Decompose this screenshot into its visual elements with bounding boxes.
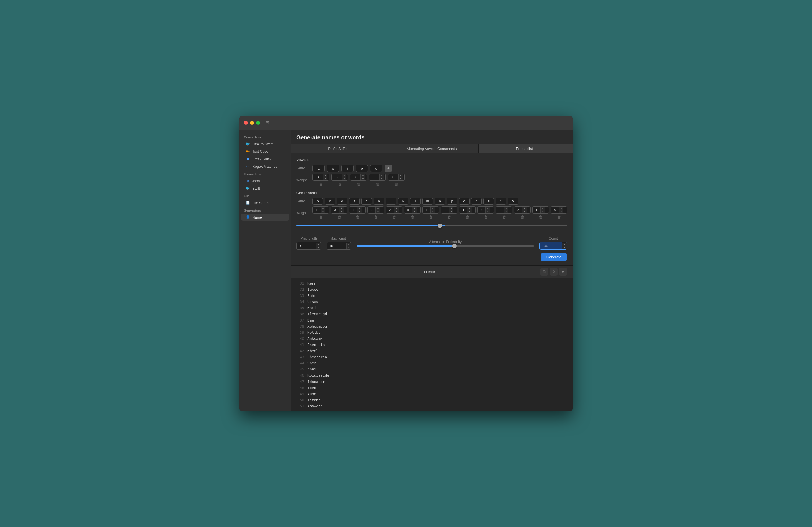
vowel-letter-input-2[interactable] [341,165,353,172]
delete-consonant-2[interactable]: 🗑 [355,214,360,219]
consonant-up-5[interactable]: ▲ [412,206,417,210]
tab-prefix-suffix[interactable]: Prefix Suffix [291,144,385,153]
consonant-up-9[interactable]: ▲ [485,206,490,210]
vowel-weight-down-2[interactable]: ▼ [361,177,365,181]
consonant-letter-6[interactable] [386,198,396,205]
consonant-letter-13[interactable] [471,198,482,205]
add-vowel-button[interactable]: + [385,165,392,172]
consonant-weight-0[interactable] [313,207,320,213]
delete-consonant-11[interactable]: 🗑 [520,214,525,219]
consonant-weight-7[interactable] [441,207,449,213]
consonant-up-12[interactable]: ▲ [540,206,545,210]
close-button[interactable] [244,121,248,125]
delete-consonant-7[interactable]: 🗑 [447,214,451,219]
vowel-weight-input-2[interactable] [350,174,361,180]
consonant-letter-5[interactable] [374,198,384,205]
vowel-weight-up-4[interactable]: ▲ [398,174,403,177]
vowel-weight-down-3[interactable]: ▼ [380,177,384,181]
consonant-up-4[interactable]: ▲ [394,206,398,210]
consonant-up-2[interactable]: ▲ [358,206,362,210]
vowel-weight-input-4[interactable] [388,174,398,180]
consonant-down-3[interactable]: ▼ [376,210,380,213]
delete-vowel-4[interactable]: 🗑 [394,182,399,187]
sidebar-item-html-to-swift[interactable]: 🐦 Html to Swift [241,140,289,147]
consonant-up-10[interactable]: ▲ [504,206,508,210]
maximize-button[interactable] [256,121,260,125]
consonant-down-5[interactable]: ▼ [412,210,417,213]
consonant-down-4[interactable]: ▼ [394,210,398,213]
vowel-letter-input-1[interactable] [327,165,339,172]
sidebar-item-regex-matches[interactable]: ·→ Regex Matches [241,163,289,170]
consonant-weight-4[interactable] [386,207,394,213]
vowel-letter-input-4[interactable] [370,165,382,172]
vowel-weight-up-3[interactable]: ▲ [380,174,384,177]
delete-vowel-3[interactable]: 🗑 [375,182,380,187]
sidebar-item-json[interactable]: {} Json [241,177,289,184]
consonant-up-6[interactable]: ▲ [431,206,435,210]
consonant-letter-16[interactable] [508,198,518,205]
vowel-letter-input-0[interactable] [313,165,325,172]
consonant-letter-2[interactable] [337,198,347,205]
vowel-weight-down-0[interactable]: ▼ [323,177,328,181]
consonant-letter-12[interactable] [459,198,469,205]
consonant-letter-9[interactable] [422,198,433,205]
sidebar-item-name[interactable]: 👤 Name [241,214,289,221]
consonant-letter-1[interactable] [325,198,335,205]
vowel-weight-up-2[interactable]: ▲ [361,174,365,177]
print-button[interactable]: ⎙ [550,268,557,276]
vowel-weight-up-1[interactable]: ▲ [342,174,346,177]
vowel-weight-up-0[interactable]: ▲ [323,174,328,177]
consonant-down-11[interactable]: ▼ [522,210,527,213]
count-input[interactable] [540,242,562,250]
consonant-down-0[interactable]: ▼ [321,210,325,213]
consonant-up-7[interactable]: ▲ [449,206,453,210]
generate-button[interactable]: Generate [541,253,567,261]
consonant-up-3[interactable]: ▲ [376,206,380,210]
consonant-up-13[interactable]: ▲ [559,206,563,210]
sidebar-toggle-button[interactable]: ⊟ [264,120,270,126]
consonant-weight-10[interactable] [496,207,504,213]
consonant-down-12[interactable]: ▼ [540,210,545,213]
sidebar-item-prefix-suffix[interactable]: ⇄ Prefix Suffix [241,155,289,162]
consonant-weight-2[interactable] [349,207,357,213]
delete-consonant-12[interactable]: 🗑 [538,214,543,219]
delete-consonant-0[interactable]: 🗑 [319,214,323,219]
consonant-letter-4[interactable] [361,198,372,205]
consonant-down-1[interactable]: ▼ [339,210,344,213]
consonant-up-8[interactable]: ▲ [467,206,472,210]
min-length-up[interactable]: ▲ [316,243,321,246]
max-length-up[interactable]: ▲ [347,243,351,246]
delete-consonant-6[interactable]: 🗑 [429,214,433,219]
consonants-scroll-track[interactable] [296,225,567,226]
delete-consonant-4[interactable]: 🗑 [392,214,396,219]
consonant-down-8[interactable]: ▼ [467,210,472,213]
consonant-weight-8[interactable] [459,207,467,213]
delete-consonant-9[interactable]: 🗑 [483,214,488,219]
delete-consonant-10[interactable]: 🗑 [502,214,506,219]
max-length-down[interactable]: ▼ [347,246,351,250]
delete-vowel-2[interactable]: 🗑 [356,182,361,187]
consonant-letter-8[interactable] [410,198,421,205]
delete-consonant-5[interactable]: 🗑 [410,214,415,219]
consonant-down-6[interactable]: ▼ [431,210,435,213]
settings-button[interactable]: ✱ [559,268,567,276]
min-length-input[interactable] [297,242,316,250]
consonant-letter-7[interactable] [398,198,408,205]
consonant-letter-15[interactable] [496,198,506,205]
consonant-weight-11[interactable] [514,207,522,213]
count-down[interactable]: ▼ [562,246,567,250]
vowel-weight-input-1[interactable] [332,174,342,180]
consonant-down-10[interactable]: ▼ [504,210,508,213]
vowel-weight-input-0[interactable] [313,174,323,180]
sidebar-item-text-case[interactable]: Aa Text Case [241,148,289,155]
consonant-letter-0[interactable] [313,198,323,205]
alternation-slider-thumb[interactable] [452,244,456,248]
consonant-weight-6[interactable] [423,207,431,213]
min-length-down[interactable]: ▼ [316,246,321,250]
vowel-weight-down-1[interactable]: ▼ [342,177,346,181]
delete-consonant-3[interactable]: 🗑 [374,214,378,219]
alternation-slider-track[interactable] [357,245,534,246]
consonant-up-1[interactable]: ▲ [339,206,344,210]
consonant-up-11[interactable]: ▲ [522,206,527,210]
consonant-letter-3[interactable] [349,198,360,205]
